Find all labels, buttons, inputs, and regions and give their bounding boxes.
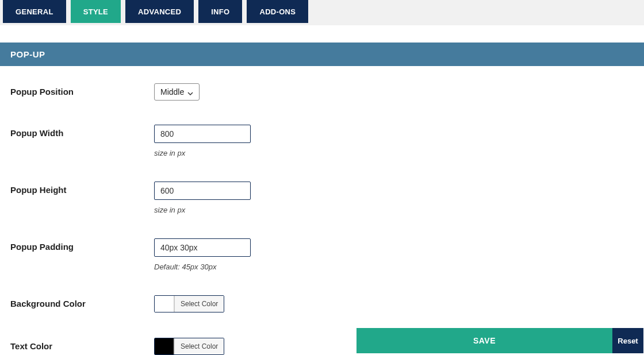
popup-width-input[interactable] xyxy=(154,125,251,143)
row-popup-height: Popup Height size in px xyxy=(10,182,634,214)
label-background-color: Background Color xyxy=(10,295,154,308)
label-popup-width: Popup Width xyxy=(10,125,154,138)
label-popup-padding: Popup Padding xyxy=(10,238,154,252)
label-popup-height: Popup Height xyxy=(10,182,154,195)
popup-width-hint: size in px xyxy=(154,149,634,157)
chevron-down-icon xyxy=(187,89,193,95)
tab-bar: GENERAL STYLE ADVANCED INFO ADD-ONS xyxy=(0,0,644,25)
popup-padding-input[interactable] xyxy=(154,238,251,257)
row-background-color: Background Color Select Color xyxy=(10,295,634,314)
background-color-picker[interactable]: Select Color xyxy=(154,295,224,312)
section-title: POP-UP xyxy=(0,43,644,66)
popup-height-hint: size in px xyxy=(154,206,634,214)
text-select-color-button[interactable]: Select Color xyxy=(174,338,224,354)
popup-height-input[interactable] xyxy=(154,182,251,200)
tab-addons[interactable]: ADD-ONS xyxy=(247,0,308,23)
popup-padding-hint: Default: 45px 30px xyxy=(154,263,634,271)
popup-position-value: Middle xyxy=(160,87,184,97)
tab-style[interactable]: STYLE xyxy=(71,0,121,23)
popup-position-select[interactable]: Middle xyxy=(154,83,200,101)
tab-info[interactable]: INFO xyxy=(198,0,242,23)
footer-bar: SAVE Reset xyxy=(356,328,643,353)
label-popup-position: Popup Position xyxy=(10,83,154,97)
row-popup-position: Popup Position Middle xyxy=(10,83,634,101)
background-select-color-button[interactable]: Select Color xyxy=(174,296,224,312)
label-text-color: Text Color xyxy=(10,338,154,351)
tab-general[interactable]: GENERAL xyxy=(3,0,66,23)
row-popup-width: Popup Width size in px xyxy=(10,125,634,157)
reset-button[interactable]: Reset xyxy=(612,328,643,353)
tab-advanced[interactable]: ADVANCED xyxy=(125,0,194,23)
background-color-swatch xyxy=(155,296,174,312)
text-color-swatch xyxy=(155,338,174,354)
row-popup-padding: Popup Padding Default: 45px 30px xyxy=(10,238,634,271)
text-color-picker[interactable]: Select Color xyxy=(154,338,224,355)
save-button[interactable]: SAVE xyxy=(356,328,612,353)
form-area: Popup Position Middle Popup Width size i… xyxy=(0,66,644,355)
